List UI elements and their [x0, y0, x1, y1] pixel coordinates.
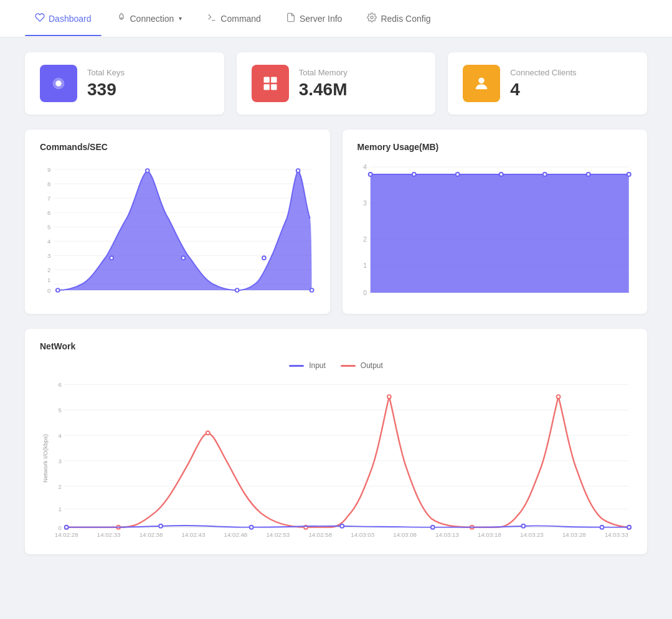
svg-rect-5 — [271, 77, 277, 83]
network-chart-card: NetWork Input Output Network I/O(kbps) 6… — [25, 329, 647, 554]
svg-text:14:02:58: 14:02:58 — [308, 531, 332, 538]
svg-text:6: 6 — [59, 381, 62, 388]
input-legend-line — [289, 365, 304, 367]
legend-output: Output — [341, 361, 383, 370]
navbar: Dashboard Connection ▾ Command — [0, 0, 672, 37]
svg-text:4: 4 — [47, 238, 51, 245]
stat-card-total-memory: Total Memory 3.46M — [237, 52, 436, 115]
connection-arrow-icon: ▾ — [179, 15, 182, 22]
svg-text:7: 7 — [47, 195, 50, 202]
memory-usage-chart: Memory Usage(MB) 4 3 2 1 0 — [343, 130, 648, 314]
svg-text:14:02:28: 14:02:28 — [55, 531, 78, 538]
svg-point-50 — [499, 172, 503, 176]
nav-dashboard[interactable]: Dashboard — [25, 1, 102, 36]
nav-connection-label: Connection — [130, 14, 174, 24]
total-memory-label: Total Memory — [299, 68, 348, 77]
nav-command-label: Command — [220, 14, 261, 24]
svg-text:3: 3 — [47, 252, 50, 259]
main-content: Total Keys 339 Total Memory 3.46M — [0, 37, 672, 584]
svg-point-8 — [479, 78, 485, 83]
stat-card-total-keys: Total Keys 339 — [25, 52, 224, 115]
svg-text:8: 8 — [47, 181, 50, 187]
total-memory-icon — [252, 65, 289, 102]
nav-server-info[interactable]: Server Info — [276, 1, 352, 36]
nav-redis-config-label: Redis Config — [381, 14, 430, 24]
nav-server-info-label: Server Info — [300, 14, 342, 24]
svg-text:14:03:18: 14:03:18 — [478, 531, 501, 538]
svg-point-78 — [159, 524, 163, 528]
gear-icon — [367, 12, 377, 25]
total-keys-icon — [40, 65, 77, 102]
svg-point-53 — [627, 172, 630, 176]
svg-point-79 — [250, 526, 253, 529]
legend-input: Input — [289, 361, 326, 370]
svg-text:14:03:23: 14:03:23 — [520, 531, 544, 538]
svg-point-81 — [431, 526, 435, 529]
svg-text:3: 3 — [363, 200, 367, 207]
svg-rect-4 — [263, 77, 269, 83]
svg-point-36 — [310, 288, 314, 292]
svg-text:1: 1 — [363, 262, 367, 269]
nav-connection[interactable]: Connection ▾ — [106, 1, 192, 36]
commands-sec-svg: 9 8 7 6 5 4 3 2 1 0 — [40, 162, 315, 299]
commands-sec-title: Commands/SEC — [40, 142, 315, 152]
svg-text:2: 2 — [47, 267, 50, 273]
connected-clients-label: Connected Clients — [510, 68, 576, 77]
network-title: NetWork — [40, 341, 632, 351]
svg-text:Network I/O(kbps): Network I/O(kbps) — [42, 434, 49, 483]
svg-rect-6 — [263, 84, 269, 90]
stats-row: Total Keys 339 Total Memory 3.46M — [25, 52, 647, 115]
heart-icon — [35, 12, 45, 25]
total-keys-label: Total Keys — [87, 68, 125, 77]
svg-point-35 — [262, 256, 266, 260]
nav-command[interactable]: Command — [197, 1, 271, 36]
svg-text:14:02:53: 14:02:53 — [266, 531, 290, 538]
svg-text:9: 9 — [47, 166, 50, 173]
svg-point-52 — [586, 172, 590, 176]
svg-text:3: 3 — [59, 458, 62, 465]
memory-usage-title: Memory Usage(MB) — [357, 142, 633, 152]
svg-point-30 — [146, 169, 149, 172]
connected-clients-value: 4 — [510, 80, 576, 100]
output-legend-label: Output — [361, 361, 383, 370]
flame-icon — [116, 12, 126, 25]
commands-sec-chart: Commands/SEC 9 8 7 6 5 4 3 2 1 0 — [25, 130, 330, 314]
svg-point-82 — [521, 524, 525, 528]
svg-text:14:02:48: 14:02:48 — [224, 531, 248, 538]
svg-point-48 — [412, 172, 415, 176]
svg-text:5: 5 — [47, 224, 50, 230]
svg-point-75 — [557, 395, 561, 399]
charts-row: Commands/SEC 9 8 7 6 5 4 3 2 1 0 — [25, 130, 647, 314]
svg-text:4: 4 — [363, 164, 367, 171]
svg-text:5: 5 — [59, 407, 62, 413]
app-container: Dashboard Connection ▾ Command — [0, 0, 672, 619]
stat-card-connected-clients: Connected Clients 4 — [448, 52, 647, 115]
svg-point-32 — [181, 256, 185, 260]
svg-text:1: 1 — [47, 276, 50, 283]
svg-text:14:03:13: 14:03:13 — [435, 531, 459, 538]
svg-text:1: 1 — [59, 506, 62, 513]
nav-redis-config[interactable]: Redis Config — [357, 1, 440, 36]
svg-point-71 — [206, 431, 210, 435]
svg-text:14:03:28: 14:03:28 — [562, 531, 586, 538]
svg-point-29 — [56, 288, 60, 292]
svg-text:14:03:03: 14:03:03 — [351, 531, 374, 538]
svg-text:14:03:08: 14:03:08 — [393, 531, 417, 538]
svg-point-1 — [371, 16, 373, 19]
nav-dashboard-label: Dashboard — [49, 14, 92, 24]
svg-rect-7 — [271, 84, 277, 90]
svg-text:14:02:38: 14:02:38 — [140, 531, 163, 538]
total-memory-value: 3.46M — [299, 80, 348, 100]
svg-text:0: 0 — [47, 287, 50, 294]
svg-point-49 — [455, 172, 459, 176]
svg-point-33 — [235, 288, 239, 292]
file-icon — [286, 12, 296, 25]
svg-text:4: 4 — [59, 432, 62, 439]
svg-text:2: 2 — [363, 236, 367, 243]
svg-point-34 — [296, 169, 300, 172]
svg-text:14:03:33: 14:03:33 — [605, 531, 628, 538]
memory-usage-svg: 4 3 2 1 0 — [357, 162, 633, 299]
svg-point-3 — [55, 80, 61, 86]
svg-text:14:02:33: 14:02:33 — [97, 531, 121, 538]
total-memory-info: Total Memory 3.46M — [299, 68, 348, 100]
